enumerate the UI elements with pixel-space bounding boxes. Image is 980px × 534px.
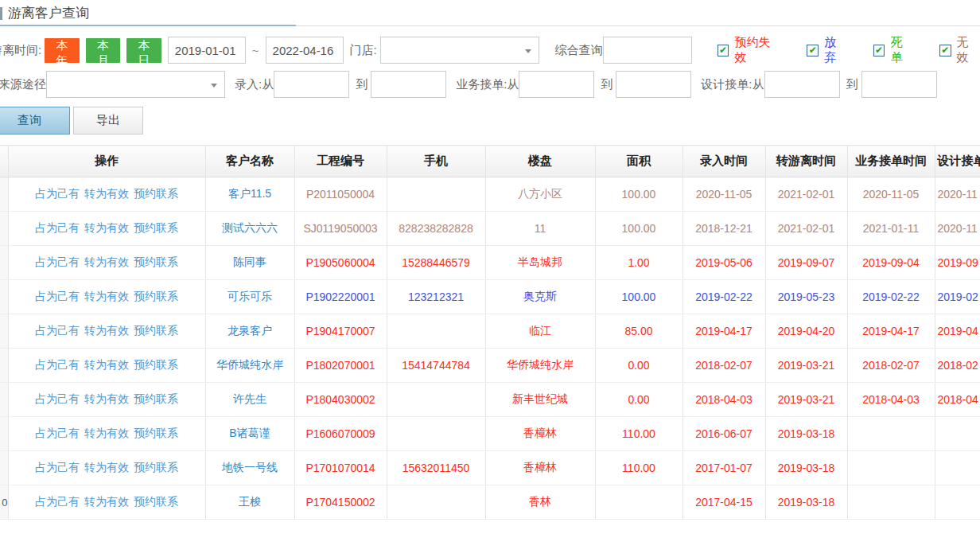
row-number bbox=[0, 383, 8, 417]
checkbox-abandon[interactable]: ✔ 放弃 bbox=[807, 35, 847, 65]
design-accept-from-input[interactable] bbox=[764, 71, 840, 98]
phone: 15632011450 bbox=[387, 451, 485, 485]
checkbox-icon: ✔ bbox=[939, 45, 951, 57]
biz-accept-time bbox=[847, 417, 935, 451]
customer-name-link[interactable]: 地铁一号线 bbox=[205, 451, 294, 485]
col-header-biz-accept-time: 业务接单时间 bbox=[847, 146, 935, 177]
building: 华侨城纯水岸 bbox=[485, 349, 595, 383]
to-valid-link[interactable]: 转为有效 bbox=[84, 255, 129, 268]
customer-name-link[interactable]: 王梭 bbox=[205, 485, 294, 520]
entry-time: 2019-04-17 bbox=[682, 314, 765, 349]
phone bbox=[387, 314, 485, 349]
biz-accept-to-input[interactable] bbox=[616, 71, 691, 98]
reserve-contact-link[interactable]: 预约联系 bbox=[134, 358, 178, 371]
project-no: P1701070014 bbox=[294, 451, 387, 485]
claim-link[interactable]: 占为己有 bbox=[35, 290, 80, 302]
reserve-contact-link[interactable]: 预约联系 bbox=[134, 392, 178, 405]
float-time: 2019-05-23 bbox=[765, 280, 847, 314]
export-button[interactable]: 导出 bbox=[73, 107, 143, 134]
customer-name-link[interactable]: 华侨城纯水岸 bbox=[205, 349, 294, 383]
reserve-contact-link[interactable]: 预约联系 bbox=[134, 495, 178, 508]
project-no: P1905060004 bbox=[294, 246, 387, 280]
date-to-input[interactable] bbox=[266, 37, 344, 64]
phone bbox=[387, 417, 485, 451]
reserve-contact-link[interactable]: 预约联系 bbox=[134, 187, 178, 200]
customer-name-link[interactable]: 测试六六六 bbox=[205, 212, 294, 246]
area: 0.00 bbox=[595, 383, 682, 417]
row-actions: 占为己有转为有效预约联系 bbox=[8, 177, 205, 212]
claim-link[interactable]: 占为己有 bbox=[35, 187, 80, 200]
reserve-contact-link[interactable]: 预约联系 bbox=[134, 255, 178, 268]
area: 100.00 bbox=[595, 280, 682, 314]
source-channel-select[interactable] bbox=[46, 71, 225, 98]
float-time: 2019-03-21 bbox=[765, 383, 847, 417]
table-row: 占为己有转为有效预约联系测试六六六SJ011905000382823828282… bbox=[0, 212, 980, 246]
building: 香樟林 bbox=[485, 417, 595, 451]
to-valid-link[interactable]: 转为有效 bbox=[84, 187, 129, 200]
checkbox-reserve-expired[interactable]: ✔ 预约失效 bbox=[718, 35, 782, 65]
customer-name-link[interactable]: B诸葛谨 bbox=[205, 417, 294, 451]
reserve-contact-link[interactable]: 预约联系 bbox=[134, 324, 178, 337]
biz-accept-from-input[interactable] bbox=[519, 71, 594, 98]
entry-time: 2018-02-07 bbox=[682, 349, 765, 383]
claim-link[interactable]: 占为己有 bbox=[35, 461, 80, 474]
claim-link[interactable]: 占为己有 bbox=[35, 427, 80, 439]
reserve-contact-link[interactable]: 预约联系 bbox=[134, 221, 178, 234]
area: 1.00 bbox=[595, 246, 682, 280]
to-valid-link[interactable]: 转为有效 bbox=[84, 221, 129, 234]
entry-from-label: 录入:从 bbox=[235, 77, 274, 92]
this-month-button[interactable]: 本月 bbox=[86, 38, 121, 63]
store-select[interactable] bbox=[380, 37, 539, 64]
claim-link[interactable]: 占为己有 bbox=[35, 392, 80, 405]
to-valid-link[interactable]: 转为有效 bbox=[84, 427, 129, 439]
claim-link[interactable]: 占为己有 bbox=[35, 255, 80, 268]
checkbox-icon: ✔ bbox=[807, 45, 819, 57]
to-valid-link[interactable]: 转为有效 bbox=[84, 290, 129, 302]
customer-name-link[interactable]: 龙泉客户 bbox=[205, 314, 294, 349]
to-valid-link[interactable]: 转为有效 bbox=[84, 461, 129, 474]
query-button[interactable]: 查询 bbox=[0, 107, 70, 134]
table-header-row: 操作 客户名称 工程编号 手机 楼盘 面积 录入时间 转游离时间 业务接单时间 … bbox=[0, 146, 980, 177]
to-valid-link[interactable]: 转为有效 bbox=[84, 392, 129, 405]
project-no: P1804030002 bbox=[294, 383, 387, 417]
area: 110.00 bbox=[595, 451, 682, 485]
reserve-contact-link[interactable]: 预约联系 bbox=[134, 427, 178, 439]
to-valid-link[interactable]: 转为有效 bbox=[84, 495, 129, 508]
customer-name-link[interactable]: 客户11.5 bbox=[205, 177, 294, 212]
design-accept-to-input[interactable] bbox=[861, 71, 937, 98]
entry-from-input[interactable] bbox=[274, 71, 349, 98]
col-header-design-accept-time: 设计接单时间 bbox=[935, 146, 980, 177]
table-row: 占为己有转为有效预约联系B诸葛谨P1606070009香樟林110.002016… bbox=[0, 417, 980, 451]
customer-name-link[interactable]: 可乐可乐 bbox=[205, 280, 294, 314]
project-no: SJ0119050003 bbox=[294, 212, 387, 246]
claim-link[interactable]: 占为己有 bbox=[35, 324, 80, 337]
area: 100.00 bbox=[595, 212, 682, 246]
customer-name-link[interactable]: 许先生 bbox=[205, 383, 294, 417]
checkbox-invalid[interactable]: ✔ 无效 bbox=[939, 35, 980, 65]
project-no: P2011050004 bbox=[294, 177, 387, 212]
claim-link[interactable]: 占为己有 bbox=[35, 221, 80, 234]
biz-accept-time: 2020-11-05 bbox=[847, 177, 935, 212]
phone bbox=[387, 177, 485, 212]
entry-to-input[interactable] bbox=[371, 71, 446, 98]
reserve-contact-link[interactable]: 预约联系 bbox=[134, 461, 178, 474]
customer-name-link[interactable]: 陈同事 bbox=[205, 246, 294, 280]
claim-link[interactable]: 占为己有 bbox=[35, 495, 80, 508]
checkbox-dead[interactable]: ✔ 死单 bbox=[873, 35, 914, 65]
table-row: 0占为己有转为有效预约联系王梭P1704150002香林2017-04-1520… bbox=[0, 485, 980, 520]
float-time: 2021-02-01 bbox=[765, 177, 847, 212]
to-valid-link[interactable]: 转为有效 bbox=[84, 324, 129, 337]
col-header-building: 楼盘 bbox=[485, 146, 595, 177]
this-year-button[interactable]: 本年 bbox=[45, 38, 80, 63]
combined-query-input[interactable] bbox=[603, 37, 692, 64]
design-accept-time: 2018-04 bbox=[935, 383, 980, 417]
entry-time: 2020-11-05 bbox=[682, 177, 765, 212]
this-day-button[interactable]: 本日 bbox=[126, 38, 161, 63]
row-number bbox=[0, 314, 8, 349]
claim-link[interactable]: 占为己有 bbox=[35, 358, 80, 371]
date-from-input[interactable] bbox=[168, 37, 246, 64]
project-no: P1606070009 bbox=[294, 417, 387, 451]
design-accept-time: 2020-11 bbox=[935, 177, 980, 212]
to-valid-link[interactable]: 转为有效 bbox=[84, 358, 129, 371]
reserve-contact-link[interactable]: 预约联系 bbox=[134, 290, 178, 302]
